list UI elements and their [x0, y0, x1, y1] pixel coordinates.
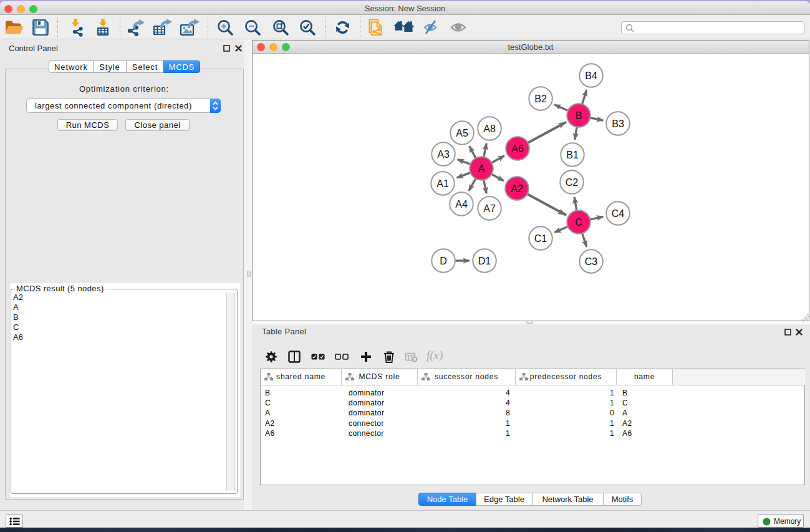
svg-text:C4: C4 — [612, 208, 625, 219]
svg-text:D: D — [440, 256, 447, 266]
svg-text:C1: C1 — [534, 233, 547, 244]
svg-text:B: B — [576, 110, 582, 121]
svg-text:A8: A8 — [483, 123, 496, 134]
svg-text:A1: A1 — [436, 178, 449, 189]
svg-text:A4: A4 — [455, 199, 468, 210]
svg-text:A2: A2 — [511, 183, 523, 194]
svg-text:D1: D1 — [478, 256, 491, 266]
svg-text:C: C — [575, 217, 582, 228]
svg-text:C3: C3 — [585, 256, 598, 267]
svg-text:A5: A5 — [456, 128, 468, 138]
svg-text:B2: B2 — [534, 94, 547, 104]
svg-text:A7: A7 — [483, 203, 496, 214]
svg-text:B4: B4 — [585, 70, 597, 81]
svg-text:A6: A6 — [511, 143, 524, 154]
svg-text:A3: A3 — [437, 149, 450, 160]
svg-text:B1: B1 — [566, 150, 579, 160]
svg-text:A: A — [478, 163, 485, 174]
svg-text:B3: B3 — [612, 118, 624, 129]
svg-text:C2: C2 — [566, 177, 579, 188]
